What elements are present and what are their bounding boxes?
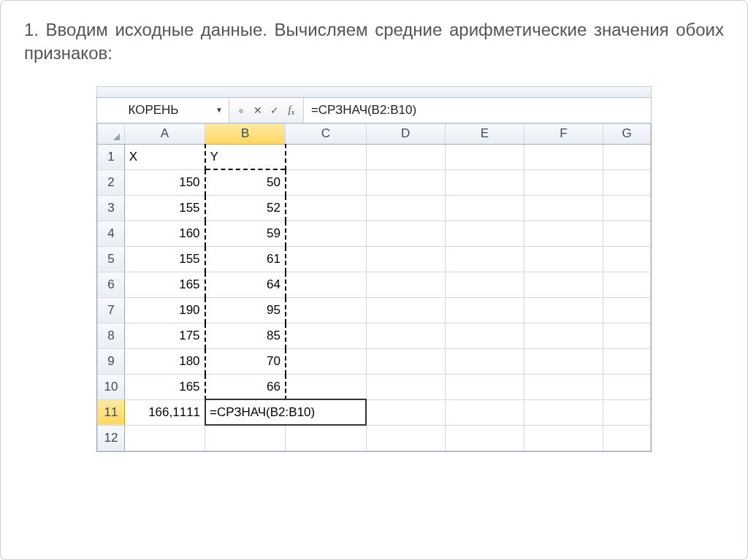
- select-all-corner[interactable]: [98, 123, 125, 144]
- cell[interactable]: [445, 144, 524, 169]
- cell[interactable]: [366, 246, 445, 272]
- col-header-A[interactable]: A: [124, 123, 205, 144]
- cell[interactable]: [524, 169, 603, 195]
- row-header[interactable]: 11: [98, 399, 125, 425]
- col-header-E[interactable]: E: [445, 123, 524, 144]
- cell[interactable]: 70: [205, 348, 286, 374]
- col-header-G[interactable]: G: [603, 123, 651, 144]
- cell[interactable]: [603, 272, 651, 297]
- cell[interactable]: [445, 425, 524, 450]
- cell[interactable]: 165: [124, 272, 205, 297]
- cell[interactable]: 175: [124, 323, 205, 348]
- cell[interactable]: [366, 399, 445, 425]
- cell[interactable]: [603, 374, 651, 399]
- cell[interactable]: [603, 348, 651, 374]
- cell[interactable]: [603, 246, 651, 272]
- cell[interactable]: 66: [205, 374, 286, 399]
- row-header[interactable]: 5: [98, 246, 125, 272]
- cell[interactable]: [603, 399, 651, 425]
- row-header[interactable]: 3: [98, 195, 125, 220]
- cell[interactable]: [286, 374, 366, 399]
- cell[interactable]: [286, 169, 366, 195]
- cell[interactable]: [286, 297, 366, 323]
- cell[interactable]: 85: [205, 323, 286, 348]
- row-header[interactable]: 4: [98, 220, 125, 246]
- cell[interactable]: [286, 195, 366, 220]
- cell[interactable]: [603, 297, 651, 323]
- cell[interactable]: [286, 246, 366, 272]
- row-header[interactable]: 2: [98, 169, 125, 195]
- col-header-B[interactable]: B: [205, 123, 286, 144]
- cell[interactable]: [366, 272, 445, 297]
- cancel-icon[interactable]: ✕: [251, 103, 265, 118]
- cell[interactable]: [366, 195, 445, 220]
- cell[interactable]: [445, 220, 524, 246]
- cell[interactable]: [286, 272, 366, 297]
- cell[interactable]: [366, 297, 445, 323]
- cell[interactable]: [366, 348, 445, 374]
- cell[interactable]: [445, 297, 524, 323]
- cell[interactable]: [603, 169, 651, 195]
- cell[interactable]: [445, 272, 524, 297]
- cell[interactable]: Y: [205, 144, 286, 169]
- row-header[interactable]: 6: [98, 272, 125, 297]
- cell[interactable]: 155: [124, 246, 205, 272]
- cell[interactable]: [524, 220, 603, 246]
- cell[interactable]: 166,1111: [124, 399, 205, 425]
- cell[interactable]: 50: [205, 169, 286, 195]
- cell[interactable]: [286, 323, 366, 348]
- cell[interactable]: [524, 348, 603, 374]
- cell[interactable]: [366, 374, 445, 399]
- cell[interactable]: [366, 144, 445, 169]
- cell[interactable]: [603, 425, 651, 450]
- cell[interactable]: [445, 169, 524, 195]
- cell[interactable]: [445, 348, 524, 374]
- enter-icon[interactable]: ✓: [267, 103, 282, 118]
- cell[interactable]: [524, 323, 603, 348]
- cell[interactable]: [445, 399, 524, 425]
- cell[interactable]: [366, 220, 445, 246]
- spreadsheet-table[interactable]: A B C D E F G 1 X Y: [97, 123, 651, 451]
- cell[interactable]: [286, 144, 366, 169]
- name-box-dropdown-icon[interactable]: ▼: [210, 106, 229, 114]
- cell[interactable]: [524, 374, 603, 399]
- cell[interactable]: [524, 246, 603, 272]
- formula-input[interactable]: [304, 98, 651, 123]
- cell[interactable]: [524, 297, 603, 323]
- cell[interactable]: [524, 195, 603, 220]
- cell[interactable]: 165: [124, 374, 205, 399]
- cell[interactable]: [286, 220, 366, 246]
- cell[interactable]: 150: [124, 169, 205, 195]
- cell[interactable]: 61: [205, 246, 286, 272]
- cell[interactable]: [603, 144, 651, 169]
- cell[interactable]: [445, 374, 524, 399]
- row-header[interactable]: 8: [98, 323, 125, 348]
- row-header[interactable]: 1: [98, 144, 125, 169]
- cell[interactable]: [445, 323, 524, 348]
- cell[interactable]: [366, 169, 445, 195]
- cell[interactable]: [603, 195, 651, 220]
- fx-icon[interactable]: fx: [284, 103, 299, 118]
- cell[interactable]: [366, 323, 445, 348]
- cell[interactable]: [524, 399, 603, 425]
- cell[interactable]: [205, 425, 286, 450]
- col-header-D[interactable]: D: [366, 123, 445, 144]
- cell[interactable]: [366, 425, 445, 450]
- cell[interactable]: 64: [205, 272, 286, 297]
- cell[interactable]: [524, 272, 603, 297]
- cell[interactable]: X: [124, 144, 205, 169]
- cell[interactable]: 59: [205, 220, 286, 246]
- cell[interactable]: [603, 323, 651, 348]
- name-box[interactable]: [97, 102, 210, 118]
- cell[interactable]: [445, 246, 524, 272]
- cell[interactable]: [124, 425, 205, 450]
- cell[interactable]: [286, 348, 366, 374]
- cell[interactable]: [524, 144, 603, 169]
- col-header-C[interactable]: C: [286, 123, 366, 144]
- cell[interactable]: [603, 220, 651, 246]
- cell[interactable]: 190: [124, 297, 205, 323]
- cell[interactable]: [524, 425, 603, 450]
- row-header[interactable]: 12: [98, 425, 125, 450]
- editing-cell[interactable]: =СРЗНАЧ(B2:B10): [205, 399, 367, 425]
- row-header[interactable]: 9: [98, 348, 125, 374]
